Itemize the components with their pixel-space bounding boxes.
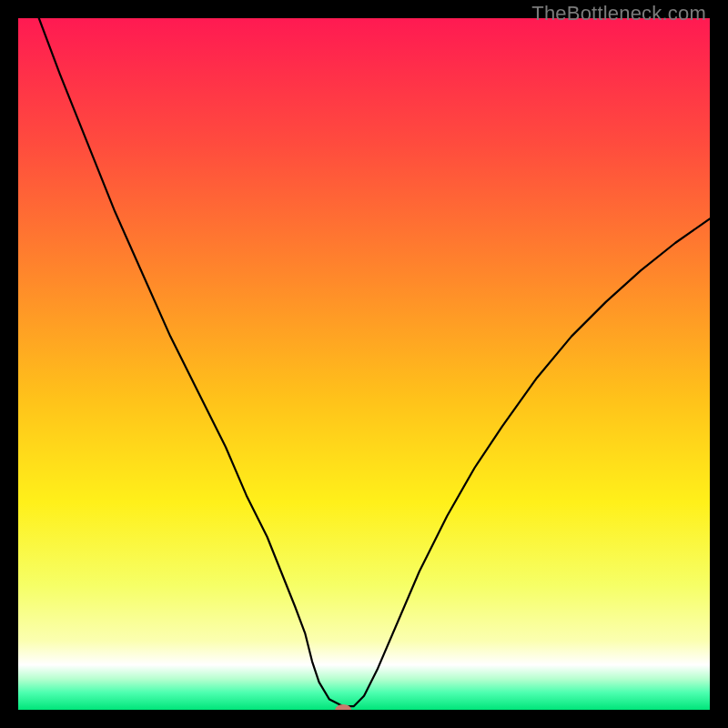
- chart-frame: [18, 18, 710, 710]
- watermark-text: TheBottleneck.com: [531, 2, 706, 25]
- chart-svg: [18, 18, 710, 710]
- chart-background: [18, 18, 710, 710]
